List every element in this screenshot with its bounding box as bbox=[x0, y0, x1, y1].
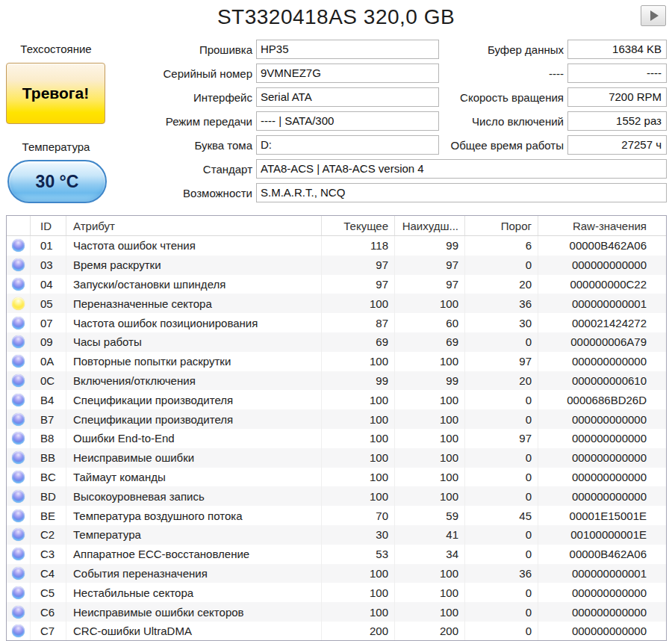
attr-raw: 000000000000 bbox=[538, 429, 666, 448]
status-dot-icon bbox=[12, 239, 25, 252]
attr-threshold: 0 bbox=[465, 486, 538, 506]
field-row: Стандарт ATA8-ACS | ATA8-ACS version 4 bbox=[0, 159, 667, 179]
table-row[interactable]: BE Температура воздушного потока 70 59 4… bbox=[7, 506, 666, 525]
field-value[interactable]: ---- bbox=[567, 64, 667, 83]
column-header-raw[interactable]: Raw-значения bbox=[538, 216, 666, 235]
attr-worst: 34 bbox=[395, 545, 465, 564]
attr-worst: 100 bbox=[395, 602, 465, 622]
field-value[interactable]: Serial ATA bbox=[256, 87, 439, 107]
column-header-attribute[interactable]: Атрибут bbox=[66, 216, 322, 235]
attr-id: BE bbox=[31, 506, 66, 525]
attr-raw: 000000000000 bbox=[538, 409, 666, 429]
attr-current: 30 bbox=[322, 525, 395, 545]
attr-name: Температура bbox=[66, 525, 322, 545]
attr-raw: 00000B462A06 bbox=[538, 236, 666, 256]
attr-name: Нестабильные сектора bbox=[66, 583, 322, 602]
attr-threshold: 0 bbox=[465, 256, 538, 275]
attr-name: CRC-ошибки UltraDMA bbox=[66, 622, 322, 641]
table-row[interactable]: B4 Спецификации производителя 100 100 0 … bbox=[7, 390, 666, 409]
attr-threshold: 0 bbox=[465, 525, 538, 545]
attr-worst: 97 bbox=[395, 275, 465, 294]
table-row[interactable]: C4 События переназначения 100 100 36 000… bbox=[7, 564, 666, 583]
status-dot-icon bbox=[12, 548, 25, 560]
table-row[interactable]: BC Таймаут команды 100 100 0 00000000000… bbox=[7, 468, 666, 487]
table-row[interactable]: B7 Спецификации производителя 100 100 0 … bbox=[7, 409, 666, 429]
field-value[interactable]: ---- | SATA/300 bbox=[256, 111, 439, 131]
attr-name: Спецификации производителя bbox=[66, 409, 322, 429]
drive-details-right: Буфер данных 16384 KB ---- ---- Скорость… bbox=[444, 40, 667, 159]
attr-raw: 000000000001 bbox=[538, 294, 666, 313]
attr-worst: 97 bbox=[395, 256, 465, 275]
table-row[interactable]: BB Неисправимые ошибки 100 100 0 0000000… bbox=[7, 448, 666, 468]
attr-threshold: 0 bbox=[465, 602, 538, 622]
column-header-id[interactable]: ID bbox=[31, 216, 66, 235]
table-row[interactable]: C6 Неисправимые ошибки секторов 100 100 … bbox=[7, 602, 666, 622]
attr-id: C3 bbox=[31, 545, 66, 564]
field-value[interactable]: D: bbox=[256, 135, 439, 155]
attr-name: Включения/отключения bbox=[66, 371, 322, 391]
table-row[interactable]: 01 Частота ошибок чтения 118 99 6 00000B… bbox=[7, 236, 666, 256]
attr-name: Частота ошибок чтения bbox=[66, 236, 322, 256]
attr-id: 01 bbox=[31, 236, 66, 256]
field-value[interactable]: 1552 раз bbox=[567, 111, 667, 131]
table-row[interactable]: C3 Аппаратное ECC-восстановление 53 34 0… bbox=[7, 545, 666, 564]
status-dot-icon bbox=[12, 278, 25, 291]
field-label: Серийный номер bbox=[0, 67, 252, 80]
attr-id: 05 bbox=[31, 294, 66, 313]
table-row[interactable]: C7 CRC-ошибки UltraDMA 200 200 0 0000000… bbox=[7, 622, 666, 641]
attr-worst: 69 bbox=[395, 332, 465, 352]
table-row[interactable]: C2 Температура 30 41 0 00100000001E bbox=[7, 525, 666, 545]
attr-current: 97 bbox=[322, 275, 395, 294]
attr-current: 100 bbox=[322, 390, 395, 409]
attr-current: 100 bbox=[322, 564, 395, 583]
field-value[interactable]: HP35 bbox=[256, 40, 439, 59]
attr-worst: 100 bbox=[395, 448, 465, 468]
attr-raw: 000000006A79 bbox=[538, 332, 666, 352]
status-dot-icon bbox=[12, 606, 25, 619]
field-value[interactable]: ATA8-ACS | ATA8-ACS version 4 bbox=[256, 159, 667, 179]
table-row[interactable]: 09 Часы работы 69 69 0 000000006A79 bbox=[7, 332, 666, 352]
attr-threshold: 6 bbox=[465, 236, 538, 256]
attr-raw: 000000000000 bbox=[538, 486, 666, 506]
attr-current: 100 bbox=[322, 409, 395, 429]
table-row[interactable]: C5 Нестабильные сектора 100 100 0 000000… bbox=[7, 583, 666, 602]
field-value[interactable]: S.M.A.R.T., NCQ bbox=[256, 183, 667, 202]
attr-id: C7 bbox=[31, 622, 66, 641]
table-row[interactable]: 07 Частота ошибок позиционирования 87 60… bbox=[7, 313, 666, 332]
attr-id: C4 bbox=[31, 564, 66, 583]
status-dot-icon bbox=[12, 586, 25, 599]
status-dot-icon bbox=[12, 413, 25, 426]
field-value[interactable]: 9VMNEZ7G bbox=[256, 64, 439, 83]
table-row[interactable]: BD Высокоуровневая запись 100 100 0 0000… bbox=[7, 486, 666, 506]
attr-id: 0A bbox=[31, 352, 66, 371]
attr-id: BB bbox=[31, 448, 66, 468]
attr-id: C6 bbox=[31, 602, 66, 622]
field-value[interactable]: 7200 RPM bbox=[567, 87, 667, 107]
table-row[interactable]: B8 Ошибки End-to-End 100 100 97 00000000… bbox=[7, 429, 666, 448]
attr-threshold: 0 bbox=[465, 332, 538, 352]
status-dot-icon bbox=[12, 625, 25, 637]
attr-current: 99 bbox=[322, 371, 395, 391]
column-header-current[interactable]: Текущее bbox=[322, 216, 395, 235]
attr-threshold: 36 bbox=[465, 294, 538, 313]
table-row[interactable]: 04 Запуски/остановки шпинделя 97 97 20 0… bbox=[7, 275, 666, 294]
column-header-worst[interactable]: Наихудш... bbox=[395, 216, 465, 235]
next-drive-button[interactable] bbox=[641, 5, 666, 26]
status-dot-icon bbox=[12, 355, 25, 368]
column-header-status[interactable] bbox=[7, 216, 31, 235]
field-row: Скорость вращения 7200 RPM bbox=[444, 87, 667, 107]
attr-id: B4 bbox=[31, 390, 66, 409]
table-row[interactable]: 03 Время раскрутки 97 97 0 000000000000 bbox=[7, 256, 666, 275]
table-row[interactable]: 0C Включения/отключения 99 99 20 0000000… bbox=[7, 371, 666, 391]
field-value[interactable]: 16384 KB bbox=[567, 40, 667, 59]
field-value[interactable]: 27257 ч bbox=[567, 135, 667, 155]
table-row[interactable]: 05 Переназначенные сектора 100 100 36 00… bbox=[7, 294, 666, 313]
attr-name: Аппаратное ECC-восстановление bbox=[66, 545, 322, 564]
attr-name: События переназначения bbox=[66, 564, 322, 583]
attr-current: 53 bbox=[322, 545, 395, 564]
attr-id: 04 bbox=[31, 275, 66, 294]
status-dot-icon bbox=[12, 510, 25, 522]
table-row[interactable]: 0A Повторные попытки раскрутки 100 100 9… bbox=[7, 352, 666, 371]
column-header-threshold[interactable]: Порог bbox=[465, 216, 538, 235]
attr-worst: 100 bbox=[395, 564, 465, 583]
